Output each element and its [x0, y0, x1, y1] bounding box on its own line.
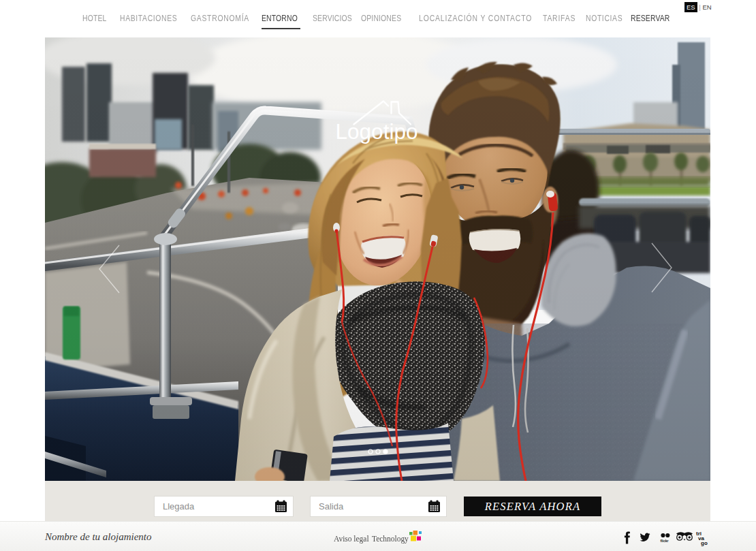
svg-text:go: go: [701, 540, 708, 546]
svg-text:flickr: flickr: [661, 539, 669, 543]
svg-text:Logotipo: Logotipo: [336, 119, 418, 144]
